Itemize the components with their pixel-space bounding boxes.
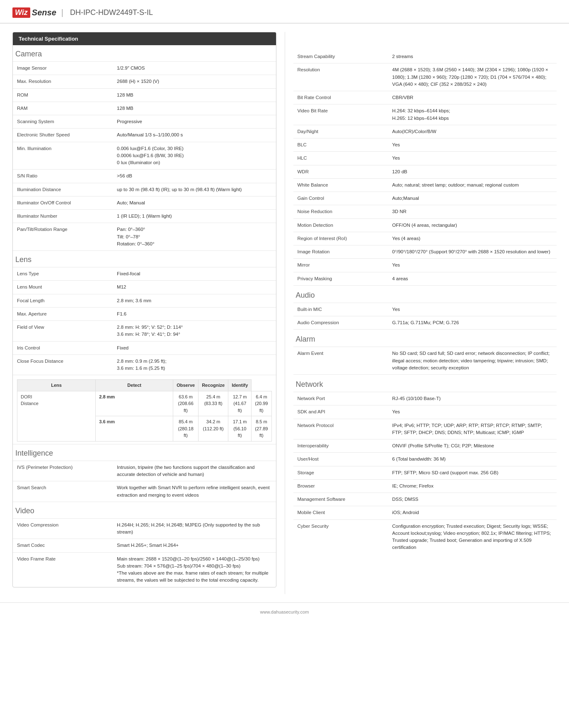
spec-value: Work together with Smart NVR to perform … — [113, 481, 276, 502]
spec-label: Region of Interest (RoI) — [293, 232, 388, 245]
spec-value: 6 (Total bandwidth: 36 M) — [388, 453, 557, 466]
dori-col-recognize: Recognize — [199, 380, 228, 391]
table-row: Management Software DSS; DMSS — [293, 493, 557, 506]
spec-value: 128 MB — [113, 88, 276, 102]
spec-value: Intrusion, tripwire (the two functions s… — [113, 461, 276, 481]
table-row: S/N Ratio >56 dB — [13, 170, 276, 183]
dori-col-lens: Lens — [17, 380, 96, 391]
spec-label: Network Protocol — [293, 419, 388, 439]
spec-value: 1 (IR LED); 1 (Warm light) — [113, 210, 276, 223]
spec-label: Noise Reduction — [293, 205, 388, 218]
table-row: Image Sensor 1/2.9″ CMOS — [13, 62, 276, 75]
table-row: Smart Codec Smart H.265+; Smart H.264+ — [13, 539, 276, 552]
spec-label: S/N Ratio — [13, 170, 113, 183]
spec-label: RAM — [13, 102, 113, 115]
spec-value: up to 30 m (98.43 ft) (IR); up to 30 m (… — [113, 183, 276, 196]
spec-value: H.264: 32 kbps–6144 kbps;H.265: 12 kbps–… — [388, 104, 557, 125]
spec-label: Gain Control — [293, 192, 388, 205]
spec-label: Motion Detection — [293, 218, 388, 232]
spec-label: Day/Night — [293, 125, 388, 138]
brand-logo: Wiz Sense — [12, 7, 56, 18]
table-row: Field of View 2.8 mm: H: 95°; V: 52°; D:… — [13, 321, 276, 342]
category-audio: Audio — [293, 285, 557, 303]
table-row: Privacy Masking 4 areas — [293, 272, 557, 285]
table-row: Min. Illumination 0.006 lux@F1.6 (Color,… — [13, 142, 276, 170]
spec-label: Browser — [293, 479, 388, 493]
spec-label: Audio Compression — [293, 316, 388, 330]
category-video: Video — [13, 502, 276, 518]
table-row: Illumination Distance up to 30 m (98.43 … — [13, 183, 276, 196]
dori-36-observe: 34.2 m(112.20 ft) — [199, 416, 228, 442]
table-row: Electronic Shutter Speed Auto/Manual 1/3… — [13, 129, 276, 142]
spec-value: 2688 (H) × 1520 (V) — [113, 75, 276, 88]
spec-value: 1/2.9″ CMOS — [113, 62, 276, 75]
spec-label: Min. Illumination — [13, 142, 113, 170]
spec-label: HLC — [293, 152, 388, 165]
table-row: User/Host 6 (Total bandwidth: 36 M) — [293, 453, 557, 466]
spec-value: Yes — [388, 259, 557, 272]
dori-table: Lens Detect Observe Recognize Identify — [17, 379, 272, 442]
table-row: White Balance Auto; natural; street lamp… — [293, 178, 557, 192]
spec-label: Lens Type — [13, 267, 113, 281]
table-row: Resolution 4M (2688 × 1520); 3.6M (2560 … — [293, 63, 557, 91]
spec-label: BLC — [293, 138, 388, 152]
spec-label: White Balance — [293, 178, 388, 192]
spec-value: Auto; Manual — [113, 196, 276, 209]
spec-value: 2.8 mm: H: 95°; V: 52°; D: 114°3.6 mm: H… — [113, 321, 276, 342]
spec-value: Yes — [388, 303, 557, 316]
table-row: Bit Rate Control CBR/VBR — [293, 91, 557, 104]
table-row: Video Compression H.264H; H.265; H.264; … — [13, 518, 276, 539]
table-row: Stream Capability 2 streams — [293, 50, 557, 63]
spec-value: RJ-45 (10/100 Base-T) — [388, 392, 557, 405]
spec-value: DSS; DMSS — [388, 493, 557, 506]
spec-value: M12 — [113, 281, 276, 294]
table-row: Built-in MIC Yes — [293, 303, 557, 316]
category-camera: Camera — [13, 45, 276, 62]
spec-label: Built-in MIC — [293, 303, 388, 316]
spec-label: Illuminator Number — [13, 210, 113, 223]
spec-label: Electronic Shutter Speed — [13, 129, 113, 142]
spec-value: OFF/ON (4 areas, rectangular) — [388, 218, 557, 232]
table-row: Illuminator On/Off Control Auto; Manual — [13, 196, 276, 209]
spec-label: Mobile Client — [293, 506, 388, 519]
table-row: Gain Control Auto;Manual — [293, 192, 557, 205]
spec-label: Resolution — [293, 63, 388, 91]
spec-label: User/Host — [293, 453, 388, 466]
right-spec-table: Stream Capability 2 streams Resolution 4… — [293, 50, 557, 554]
table-row: Network Port RJ-45 (10/100 Base-T) — [293, 392, 557, 405]
table-row: Noise Reduction 3D NR — [293, 205, 557, 218]
spec-label: Bit Rate Control — [293, 91, 388, 104]
table-row: RAM 128 MB — [13, 102, 276, 115]
spec-value: CBR/VBR — [388, 91, 557, 104]
spec-label: Focal Length — [13, 294, 113, 307]
left-column: Technical Specification Camera Image Sen… — [12, 32, 285, 594]
table-row: IVS (Perimeter Protection) Intrusion, tr… — [13, 461, 276, 481]
brand-wiz: Wiz — [12, 7, 30, 18]
spec-value: Main stream: 2688 × 1520@(1–20 fps)/2560… — [113, 552, 276, 587]
table-row: HLC Yes — [293, 152, 557, 165]
spec-value: 0.006 lux@F1.6 (Color, 30 IRE)0.0006 lux… — [113, 142, 276, 170]
dori-36-recognize: 17.1 m(56.10 ft) — [228, 416, 252, 442]
category-intelligence: Intelligence — [13, 444, 276, 461]
spec-table-camera: Camera Image Sensor 1/2.9″ CMOS Max. Res… — [13, 45, 276, 587]
spec-label: Stream Capability — [293, 50, 388, 63]
spec-label: Privacy Masking — [293, 272, 388, 285]
dori-col-detect: Detect — [96, 380, 173, 391]
table-row: Iris Control Fixed — [13, 341, 276, 354]
dori-col-identify: Identify — [228, 380, 252, 391]
spec-label: Scanning System — [13, 115, 113, 129]
table-row: Video Bit Rate H.264: 32 kbps–6144 kbps;… — [293, 104, 557, 125]
dori-28-observe: 25.4 m(83.33 ft) — [199, 391, 228, 416]
table-row: Region of Interest (RoI) Yes (4 areas) — [293, 232, 557, 245]
category-alarm: Alarm — [293, 330, 557, 347]
dori-row: Lens Detect Observe Recognize Identify — [13, 375, 276, 444]
table-row: Mobile Client iOS; Android — [293, 506, 557, 519]
table-row: Image Rotation 0°/90°/180°/270° (Support… — [293, 245, 557, 259]
category-network: Network — [293, 375, 557, 392]
spec-value: IE; Chrome; Firefox — [388, 479, 557, 493]
dori-36-identify: 8.5 m(27.89 ft) — [252, 416, 271, 442]
spec-label: SDK and API — [293, 405, 388, 419]
dori-lens-36: 3.6 mm — [96, 416, 173, 442]
header-separator: | — [61, 8, 63, 17]
spec-value: H.264H; H.265; H.264; H.264B; MJPEG (Onl… — [113, 518, 276, 539]
